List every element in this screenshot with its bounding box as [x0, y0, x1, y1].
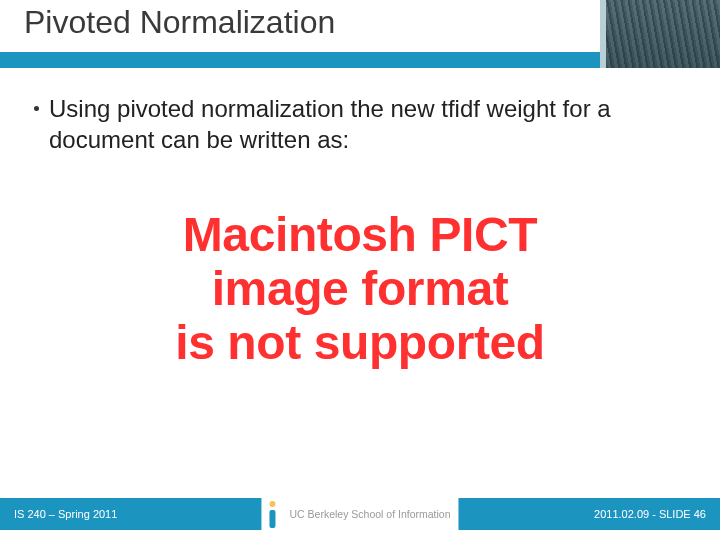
- pict-error-line: Macintosh PICT: [0, 208, 720, 262]
- title-strip: Pivoted Normalization: [0, 0, 600, 52]
- footer-center-badge: UC Berkeley School of Information: [261, 498, 458, 530]
- footer-left: IS 240 – Spring 2011: [14, 508, 117, 520]
- pict-error-line: is not supported: [0, 316, 720, 370]
- content-area: Using pivoted normalization the new tfid…: [0, 68, 720, 155]
- header-bar: Pivoted Normalization: [0, 0, 720, 68]
- footer-center-text: UC Berkeley School of Information: [289, 508, 450, 520]
- ischool-logo-icon: [261, 500, 283, 528]
- pict-error-message: Macintosh PICT image format is not suppo…: [0, 208, 720, 369]
- slide-title: Pivoted Normalization: [24, 4, 335, 41]
- bottom-spacer: [0, 530, 720, 540]
- footer-right: 2011.02.09 - SLIDE 46: [594, 508, 706, 520]
- decorative-photo: [600, 0, 720, 68]
- bullet-dot-icon: [34, 106, 39, 111]
- pict-error-line: image format: [0, 262, 720, 316]
- bullet-text: Using pivoted normalization the new tfid…: [49, 94, 688, 155]
- bullet-item: Using pivoted normalization the new tfid…: [28, 94, 688, 155]
- footer-bar: IS 240 – Spring 2011 UC Berkeley School …: [0, 498, 720, 530]
